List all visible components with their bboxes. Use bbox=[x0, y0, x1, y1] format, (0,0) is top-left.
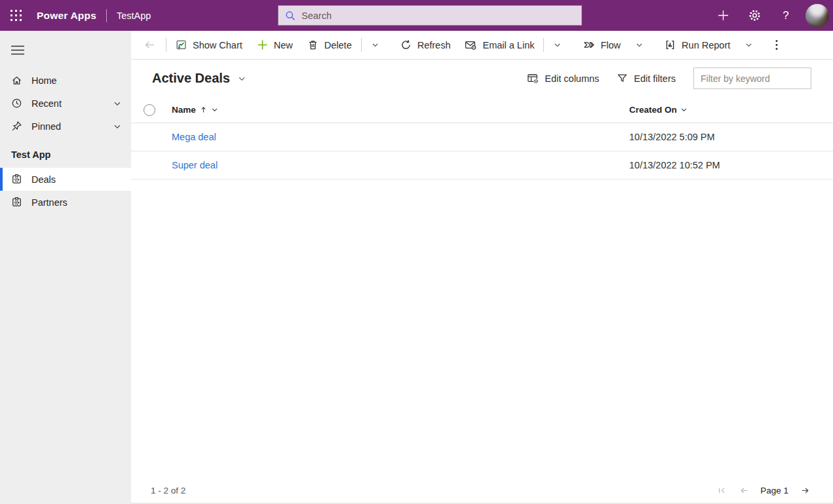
view-selector[interactable]: Active Deals bbox=[152, 71, 246, 86]
new-icon bbox=[257, 39, 268, 50]
view-header: Active Deals Edit columns bbox=[131, 60, 833, 97]
email-split-chevron-icon[interactable] bbox=[546, 31, 569, 59]
hamburger-icon[interactable] bbox=[0, 31, 131, 60]
edit-columns-icon bbox=[527, 73, 539, 84]
email-link-label: Email a Link bbox=[482, 40, 534, 50]
delete-icon bbox=[307, 39, 319, 50]
sidebar-item-home[interactable]: Home bbox=[0, 69, 131, 92]
grid-empty-area bbox=[131, 180, 833, 478]
sort-asc-icon bbox=[199, 106, 208, 114]
add-icon[interactable] bbox=[707, 0, 739, 31]
run-report-label: Run Report bbox=[682, 40, 730, 50]
new-label: New bbox=[274, 40, 293, 50]
help-icon[interactable]: ? bbox=[770, 0, 802, 31]
column-header-name[interactable]: Name bbox=[172, 105, 629, 115]
entity-icon bbox=[11, 197, 22, 208]
command-bar: Show Chart New Delete bbox=[131, 31, 833, 60]
delete-button[interactable]: Delete bbox=[300, 31, 359, 59]
row-name-cell: Super deal bbox=[172, 160, 629, 170]
record-link[interactable]: Mega deal bbox=[172, 132, 216, 142]
sidebar-item-partners[interactable]: Partners bbox=[0, 191, 131, 214]
delete-label: Delete bbox=[324, 40, 352, 50]
select-all-checkbox[interactable] bbox=[144, 104, 155, 116]
show-chart-icon bbox=[176, 39, 187, 50]
account-button[interactable] bbox=[802, 0, 833, 31]
next-page-icon[interactable] bbox=[796, 482, 813, 499]
global-search[interactable] bbox=[278, 5, 582, 26]
select-all-cell bbox=[131, 104, 172, 116]
sidebar: Home Recent Pinned bbox=[0, 31, 131, 504]
edit-filters-label: Edit filters bbox=[634, 73, 676, 84]
table-row[interactable]: Super deal 10/13/2022 10:52 PM bbox=[131, 151, 833, 180]
chevron-down-icon[interactable] bbox=[680, 106, 688, 113]
flow-button[interactable]: Flow bbox=[575, 31, 628, 59]
delete-split-chevron-icon[interactable] bbox=[364, 31, 387, 59]
first-page-icon[interactable] bbox=[713, 482, 730, 499]
help-glyph: ? bbox=[783, 9, 788, 22]
grid-footer: 1 - 2 of 2 Page 1 bbox=[131, 478, 833, 504]
settings-icon[interactable] bbox=[739, 0, 770, 31]
chevron-down-icon[interactable] bbox=[113, 122, 122, 131]
sidebar-item-label: Deals bbox=[31, 174, 56, 185]
filter-keyword-input[interactable] bbox=[693, 68, 811, 89]
refresh-label: Refresh bbox=[417, 40, 451, 50]
email-link-icon bbox=[465, 39, 476, 50]
sidebar-item-recent[interactable]: Recent bbox=[0, 92, 131, 115]
refresh-button[interactable]: Refresh bbox=[393, 31, 458, 59]
column-header-created-on[interactable]: Created On bbox=[629, 105, 833, 115]
sidebar-item-label: Partners bbox=[31, 197, 68, 208]
waffle-icon[interactable] bbox=[0, 0, 31, 31]
topbar-actions: ? bbox=[707, 0, 833, 31]
pinned-icon bbox=[11, 121, 22, 132]
row-name-cell: Mega deal bbox=[172, 132, 629, 142]
grid-header: Name Created On bbox=[131, 97, 833, 123]
sidebar-item-label: Home bbox=[31, 75, 57, 86]
sidebar-item-label: Recent bbox=[31, 98, 62, 109]
command-divider bbox=[361, 38, 362, 52]
chevron-down-icon[interactable] bbox=[211, 106, 218, 113]
new-button[interactable]: New bbox=[250, 31, 300, 59]
sidebar-item-label: Pinned bbox=[31, 121, 61, 132]
overflow-icon[interactable] bbox=[765, 31, 788, 59]
chevron-down-icon bbox=[237, 74, 246, 83]
sidebar-item-pinned[interactable]: Pinned bbox=[0, 115, 131, 138]
run-report-chevron-icon[interactable] bbox=[737, 31, 760, 59]
view-actions: Edit columns Edit filters bbox=[527, 68, 811, 89]
page-title: Active Deals bbox=[152, 71, 230, 86]
email-link-button[interactable]: Email a Link bbox=[457, 31, 541, 59]
sidebar-item-deals[interactable]: Deals bbox=[0, 168, 131, 191]
flow-chevron-icon[interactable] bbox=[628, 31, 651, 59]
show-chart-button[interactable]: Show Chart bbox=[168, 31, 250, 59]
edit-filters-button[interactable]: Edit filters bbox=[617, 73, 676, 84]
table-row[interactable]: Mega deal 10/13/2022 5:09 PM bbox=[131, 123, 833, 151]
row-created-cell: 10/13/2022 10:52 PM bbox=[629, 160, 833, 170]
show-chart-label: Show Chart bbox=[193, 40, 242, 50]
flow-icon bbox=[583, 39, 594, 50]
back-button[interactable] bbox=[135, 31, 164, 59]
command-divider bbox=[166, 38, 166, 52]
edit-filters-icon bbox=[617, 73, 628, 84]
home-icon bbox=[11, 75, 22, 86]
run-report-icon bbox=[665, 39, 676, 50]
brand-title[interactable]: Power Apps bbox=[37, 10, 96, 22]
refresh-icon bbox=[400, 39, 412, 50]
command-divider bbox=[543, 38, 544, 52]
search-input[interactable] bbox=[301, 10, 575, 21]
pagination: Page 1 bbox=[713, 482, 813, 499]
recent-icon bbox=[11, 98, 22, 109]
column-label: Name bbox=[172, 105, 196, 115]
flow-label: Flow bbox=[600, 40, 621, 50]
page-indicator: Page 1 bbox=[760, 486, 788, 495]
record-range: 1 - 2 of 2 bbox=[151, 486, 185, 495]
edit-columns-label: Edit columns bbox=[545, 73, 599, 84]
run-report-button[interactable]: Run Report bbox=[657, 31, 737, 59]
sidebar-nav: Home Recent Pinned bbox=[0, 69, 131, 138]
chevron-down-icon[interactable] bbox=[113, 99, 122, 108]
app-name: TestApp bbox=[117, 10, 151, 21]
record-link[interactable]: Super deal bbox=[172, 160, 218, 170]
topbar: Power Apps TestApp ? bbox=[0, 0, 833, 31]
sidebar-section-title: Test App bbox=[0, 138, 131, 168]
avatar bbox=[805, 4, 829, 28]
prev-page-icon[interactable] bbox=[735, 482, 752, 499]
edit-columns-button[interactable]: Edit columns bbox=[527, 73, 599, 84]
